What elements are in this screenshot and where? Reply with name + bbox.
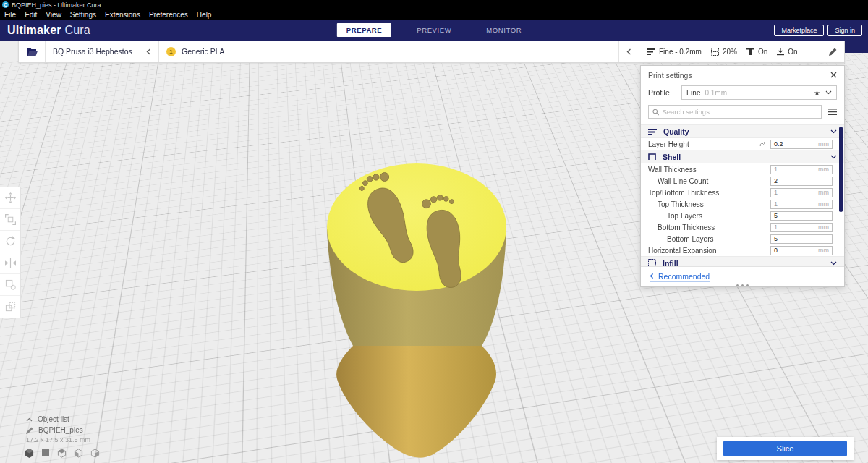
rotate-icon [5,236,16,247]
header-buttons: Marketplace Sign in [774,25,862,36]
object-list: Object list BQPIEH_pies 17.2 x 17.5 x 31… [26,414,90,443]
panel-title: Print settings [648,71,692,80]
view-left-button[interactable] [74,449,83,458]
header-corner [845,41,868,53]
move-icon [5,192,16,203]
extruder-badge: 1 [166,47,176,56]
search-box[interactable] [648,105,822,119]
brand-cura: Cura [64,24,90,36]
setting-input[interactable]: 0 mm [770,246,833,255]
menu-extensions[interactable]: Extensions [101,11,145,19]
mirror-icon [5,258,16,268]
search-icon [652,109,659,116]
star-icon[interactable]: ★ [814,89,820,97]
signin-button[interactable]: Sign in [827,25,862,36]
settings-scrollbar[interactable] [839,127,843,212]
adhesion-summary-item: On [777,48,797,56]
infill-icon [648,259,656,266]
view-top-button[interactable] [57,449,67,458]
brand-ultimaker: Ultimaker [7,24,61,36]
chevron-up-icon [26,417,33,422]
per-model-settings-button[interactable] [0,274,20,296]
menu-file[interactable]: File [0,11,20,19]
setting-input[interactable]: 1 mm [770,223,833,232]
object-list-item[interactable]: BQPIEH_pies [26,425,90,436]
edit-settings-pencil-icon[interactable] [829,48,837,56]
object-list-toggle[interactable]: Object list [26,414,90,425]
menu-settings[interactable]: Settings [66,11,101,19]
panel-footer: Recommended [641,266,844,286]
setting-row-wall-line-count: Wall Line Count 2 [641,175,844,187]
mirror-tool-button[interactable] [0,252,20,274]
support-blocker-button[interactable] [0,296,20,318]
model-top-face [327,163,506,291]
chevron-left-icon [146,48,151,55]
setting-row-wall-thickness: Wall Thickness 1 mm [641,163,844,175]
category-quality[interactable]: Quality [641,124,844,138]
rotate-tool-button[interactable] [0,231,20,252]
setting-row-bottom-thickness: Bottom Thickness 1 mm [641,221,844,233]
recommended-mode-button[interactable]: Recommended [650,272,710,282]
object-dimensions: 17.2 x 17.5 x 31.5 mm [26,436,90,443]
profile-dropdown[interactable]: Fine 0.1mm ★ [681,85,837,100]
search-input[interactable] [662,108,817,116]
setting-input[interactable]: 1 mm [770,200,833,209]
view-3d-button[interactable] [25,449,34,458]
scale-tool-button[interactable] [0,209,20,231]
pencil-icon [26,427,33,434]
setting-input[interactable]: 5 [770,211,833,221]
chevron-down-icon [830,155,837,159]
printer-selector[interactable]: BQ Prusa i3 Hephestos [46,41,159,62]
setting-input[interactable]: 2 [770,177,833,186]
setting-input[interactable]: 1 mm [770,165,833,174]
setting-input[interactable]: 1 mm [770,188,833,197]
configuration-toolbar: BQ Prusa i3 Hephestos 1 Generic PLA Fine… [18,41,845,63]
tool-strip [0,187,21,318]
marketplace-button[interactable]: Marketplace [774,25,824,36]
shell-icon [648,153,656,161]
chevron-down-icon [830,261,837,266]
support-icon [746,48,754,55]
menu-help[interactable]: Help [192,11,216,19]
collapse-settings-button[interactable] [618,41,639,62]
quality-layers-icon [647,48,655,55]
print-settings-summary[interactable]: Fine - 0.2mm 20% On On [639,41,844,62]
settings-menu-icon[interactable] [828,109,837,115]
setting-row-top-thickness: Top Thickness 1 mm [641,198,844,210]
close-icon[interactable] [830,72,837,78]
setting-row-bottom-layers: Bottom Layers 5 [641,233,844,245]
profile-hint: 0.1mm [705,89,727,97]
window-titlebar: C BQPIEH_pies - Ultimaker Cura [0,0,868,9]
open-file-button[interactable] [19,41,46,62]
camera-view-buttons [25,449,100,458]
view-right-button[interactable] [90,449,100,458]
setting-input[interactable]: 5 [770,234,833,244]
slice-button[interactable]: Slice [723,441,847,456]
tab-monitor[interactable]: MONITOR [477,23,531,37]
move-tool-button[interactable] [0,187,20,209]
cura-app-icon: C [2,1,9,8]
per-model-settings-icon [5,279,16,290]
print-settings-panel: Print settings Profile Fine 0.1mm ★ [640,65,845,287]
menu-edit[interactable]: Edit [20,11,41,19]
tab-prepare[interactable]: PREPARE [337,23,391,37]
cura-window: C BQPIEH_pies - Ultimaker Cura File Edit… [0,0,868,463]
category-shell[interactable]: Shell [641,150,844,163]
infill-icon [711,48,719,56]
menu-view[interactable]: View [41,11,66,19]
profile-row: Profile Fine 0.1mm ★ [641,84,844,105]
menu-preferences[interactable]: Preferences [145,11,192,19]
setting-row-layer-height: Layer Height 0.2 mm [641,138,844,150]
profile-value: Fine [686,89,700,97]
category-infill[interactable]: Infill [641,256,844,266]
object-list-label: Object list [38,415,69,423]
chevron-down-icon [830,129,837,134]
settings-list: Quality Layer Height 0.2 mm [641,124,844,266]
setting-label: Layer Height [648,140,759,148]
view-front-button[interactable] [41,449,50,458]
material-selector[interactable]: 1 Generic PLA [159,41,618,62]
panel-resize-handle[interactable] [732,284,752,286]
tab-preview[interactable]: PREVIEW [407,23,461,37]
chevron-left-icon [626,48,631,55]
setting-input[interactable]: 0.2 mm [770,140,833,149]
